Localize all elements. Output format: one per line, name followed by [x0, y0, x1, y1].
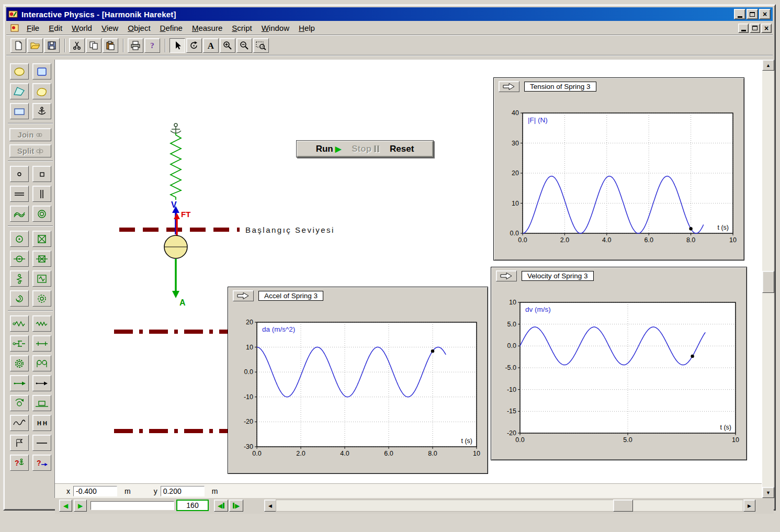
velocity-vector-tool[interactable]	[32, 375, 51, 391]
question-vector-tool[interactable]: ?	[32, 455, 51, 471]
hscroll-left-button[interactable]: ◀	[264, 500, 276, 512]
horizontal-slot-tool[interactable]	[10, 186, 29, 202]
run-button[interactable]: Run ▶	[316, 144, 342, 154]
scroll-down-button[interactable]: ▼	[762, 487, 774, 498]
stop-button[interactable]: Stop	[352, 144, 379, 154]
menu-window[interactable]: Window	[257, 22, 294, 34]
menu-define[interactable]: Define	[155, 22, 187, 34]
accel-chart-window[interactable]: Accel of Spring 3 0.02.04.06.08.01020100…	[228, 287, 488, 474]
meter-arrow-button[interactable]	[499, 81, 519, 92]
reset-button[interactable]: Reset	[390, 144, 414, 154]
paste-button[interactable]	[103, 38, 118, 53]
horizontal-scrollbar[interactable]	[276, 500, 743, 512]
ruler-tool[interactable]: HH	[32, 415, 51, 431]
frame-counter[interactable]: 160	[176, 500, 209, 511]
vertical-slot-tool[interactable]	[32, 186, 51, 202]
boxed-spring-tool[interactable]	[32, 270, 51, 287]
tape-scrubber[interactable]	[91, 501, 174, 510]
vertical-scroll-thumb[interactable]	[762, 271, 774, 293]
scroll-up-button[interactable]: ▲	[762, 60, 774, 71]
child-close-button[interactable]: ×	[761, 24, 772, 33]
meter-arrow-button[interactable]	[496, 270, 517, 281]
torque-tool[interactable]	[10, 395, 29, 411]
close-button[interactable]: ×	[759, 9, 771, 19]
rope-tool[interactable]	[32, 315, 51, 332]
spring-tool[interactable]	[10, 315, 29, 332]
open-button[interactable]	[27, 38, 43, 53]
question-anchor-tool[interactable]: ?	[10, 455, 29, 471]
cut-button[interactable]	[69, 38, 85, 53]
help-button[interactable]: ?	[144, 38, 160, 53]
zoom-window-button[interactable]	[253, 38, 269, 53]
velocity-chart-window[interactable]: Velocity of Spring 3 0.05.010105.00.0-5.…	[491, 267, 747, 460]
force-tool[interactable]	[10, 375, 29, 391]
square-joint-tool[interactable]	[32, 231, 51, 247]
curved-slot-tool[interactable]	[10, 206, 29, 222]
tension-vector[interactable]	[174, 213, 180, 237]
closed-slot-tool[interactable]	[32, 206, 51, 222]
child-restore-button[interactable]	[750, 24, 760, 33]
rotational-damper-tool[interactable]	[32, 290, 51, 307]
child-minimize-button[interactable]	[738, 24, 749, 33]
new-button[interactable]	[10, 38, 26, 53]
point-element-tool[interactable]	[10, 166, 29, 182]
spring-element[interactable]	[171, 133, 181, 200]
gear-tool[interactable]	[10, 355, 29, 371]
menu-script[interactable]: Script	[227, 22, 256, 34]
polygon-body-tool[interactable]	[10, 83, 29, 99]
line-tool[interactable]	[32, 435, 51, 451]
menu-view[interactable]: View	[97, 22, 123, 34]
play-button[interactable]: ▶	[74, 500, 87, 512]
print-button[interactable]	[128, 38, 143, 53]
pinned-spring-tool[interactable]	[10, 270, 29, 287]
mass-ball[interactable]	[164, 235, 187, 258]
select-tool-button[interactable]	[169, 38, 185, 53]
acceleration-vector[interactable]	[172, 259, 179, 298]
save-button[interactable]	[44, 38, 60, 53]
anchor-tool[interactable]	[32, 103, 51, 119]
slider-tool[interactable]	[32, 395, 51, 411]
rotational-spring-tool[interactable]	[10, 290, 29, 307]
menu-world[interactable]: World	[67, 22, 97, 34]
step-forward-button[interactable]: ▶	[229, 500, 243, 512]
vertical-scrollbar[interactable]: ▲ ▼	[762, 60, 774, 498]
hscroll-right-button[interactable]: ▶	[743, 500, 755, 512]
menu-measure[interactable]: Measure	[187, 22, 227, 34]
menu-file[interactable]: File	[22, 22, 44, 34]
rotate-tool-button[interactable]	[186, 38, 202, 53]
circle-body-tool[interactable]	[10, 63, 29, 80]
split-button[interactable]: Split	[9, 144, 51, 157]
square-body-tool[interactable]	[10, 103, 29, 119]
join-button[interactable]: Join	[9, 128, 51, 141]
pulley-tool[interactable]	[32, 355, 51, 371]
rectangle-body-tool[interactable]	[32, 63, 51, 80]
damper-tool[interactable]	[10, 335, 29, 352]
horizontal-scroll-thumb[interactable]	[613, 500, 633, 512]
simulation-canvas[interactable]: V FT A Başlangıç Seviyesi Run ▶ Stop Res…	[55, 60, 762, 483]
menu-help[interactable]: Help	[294, 22, 320, 34]
zoom-out-button[interactable]	[236, 38, 252, 53]
tension-chart-window[interactable]: Tension of Spring 3 0.02.04.06.08.0100.0…	[493, 77, 744, 261]
meter-arrow-button[interactable]	[233, 290, 254, 301]
document-icon[interactable]	[9, 24, 20, 33]
square-point-element-tool[interactable]	[32, 166, 51, 182]
maximize-button[interactable]	[747, 9, 758, 19]
step-back-button[interactable]: ◀	[214, 500, 228, 512]
zoom-in-button[interactable]	[220, 38, 235, 53]
menu-object[interactable]: Object	[123, 22, 155, 34]
pin-joint-tool[interactable]	[10, 231, 29, 247]
copy-button[interactable]	[86, 38, 101, 53]
minimize-button[interactable]	[734, 9, 745, 19]
keyed-slot-joint-tool[interactable]	[32, 251, 51, 267]
rewind-button[interactable]: ◀	[59, 500, 72, 512]
curved-body-tool[interactable]	[32, 83, 51, 99]
y-coordinate-input[interactable]	[161, 486, 205, 496]
x-coordinate-input[interactable]	[73, 486, 117, 496]
menu-edit[interactable]: Edit	[44, 22, 67, 34]
anchor-symbol[interactable]	[171, 123, 181, 133]
rod-tool[interactable]	[32, 335, 51, 352]
title-bar[interactable]: Interactive Physics - [Harmonik Hareket]…	[6, 7, 773, 21]
curve-meter-tool[interactable]	[10, 415, 29, 431]
text-tool-button[interactable]: A	[203, 38, 219, 53]
slot-joint-tool[interactable]	[10, 251, 29, 267]
